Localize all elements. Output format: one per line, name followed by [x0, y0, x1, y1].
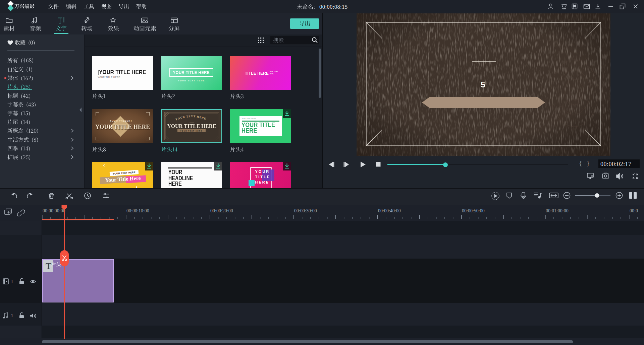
svg-text:5: 5 — [481, 80, 485, 89]
